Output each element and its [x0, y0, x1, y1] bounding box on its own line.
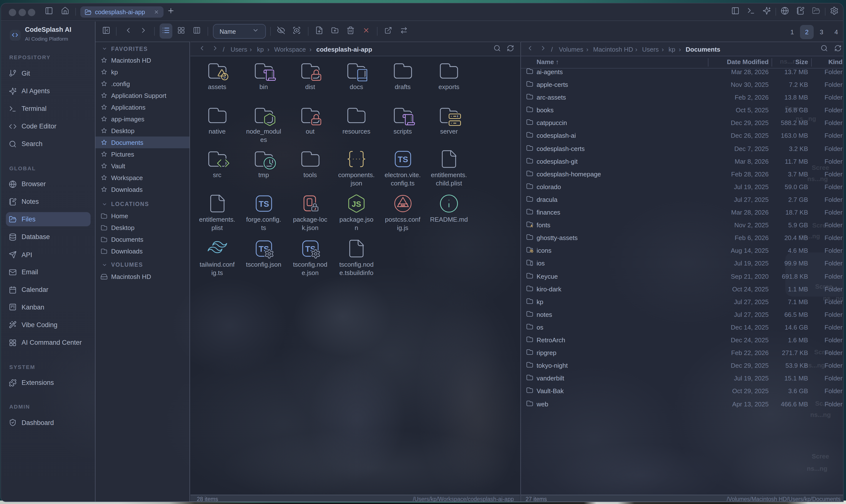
svg-text:TS: TS: [398, 155, 408, 164]
svg-text:TS: TS: [259, 199, 269, 209]
svg-text:JS: JS: [352, 200, 361, 209]
